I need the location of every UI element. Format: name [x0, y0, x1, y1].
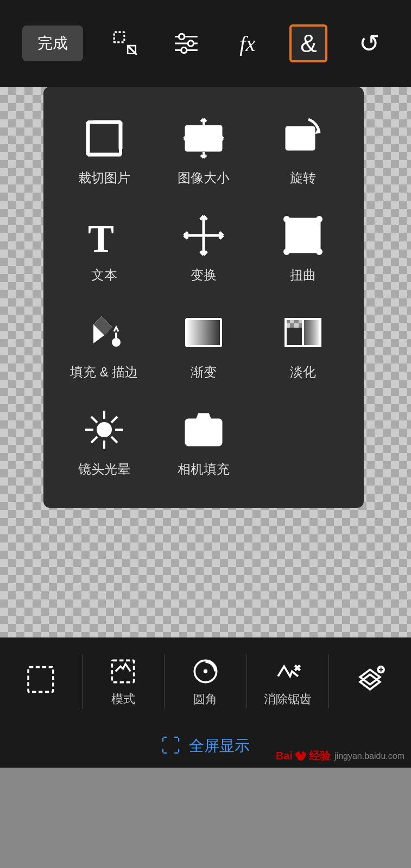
- svg-line-66: [91, 417, 97, 423]
- svg-line-69: [91, 437, 97, 443]
- rotate-label: 旋转: [290, 169, 316, 187]
- antialias-bottom-label: 消除锯齿: [264, 691, 312, 707]
- camera-fill-label: 相机填充: [178, 461, 230, 478]
- svg-rect-59: [303, 319, 320, 346]
- layers-bottom-item[interactable]: [329, 663, 411, 699]
- svg-point-47: [112, 338, 121, 347]
- svg-point-6: [181, 47, 187, 53]
- menu-item-warp[interactable]: 扭曲: [254, 200, 353, 292]
- svg-point-83: [298, 751, 300, 755]
- blend-mode-icon[interactable]: &: [289, 24, 327, 62]
- svg-line-68: [111, 417, 117, 423]
- fullscreen-label[interactable]: 全屏显示: [189, 736, 250, 756]
- svg-rect-73: [28, 667, 53, 692]
- selection-tool-icon[interactable]: [106, 24, 144, 62]
- menu-item-lens-flare[interactable]: 镜头光晕: [54, 394, 154, 486]
- top-toolbar: 完成 fx & ↺: [0, 0, 411, 87]
- selection-bottom-icon: [24, 663, 57, 696]
- undo-icon[interactable]: ↺: [351, 24, 389, 62]
- svg-point-61: [98, 423, 111, 436]
- menu-item-camera-fill[interactable]: 相机填充: [154, 394, 253, 486]
- lens-flare-label: 镜头光晕: [78, 461, 130, 478]
- menu-item-crop[interactable]: 裁切图片: [54, 103, 154, 195]
- done-button[interactable]: 完成: [22, 25, 83, 61]
- selection-bottom-item[interactable]: [0, 663, 82, 699]
- warp-icon: [281, 211, 325, 260]
- svg-rect-49: [186, 319, 221, 346]
- transform-icon: [182, 211, 225, 260]
- svg-point-13: [191, 130, 197, 136]
- svg-point-46: [316, 248, 323, 255]
- image-size-label: 图像大小: [178, 169, 230, 187]
- svg-point-5: [188, 41, 193, 46]
- fade-icon: [281, 308, 325, 357]
- canvas-area: 裁切图片: [0, 87, 411, 768]
- svg-point-27: [292, 133, 296, 137]
- tools-dropdown-menu: 裁切图片: [43, 87, 364, 508]
- svg-rect-0: [114, 32, 124, 42]
- adjustments-icon[interactable]: [167, 24, 205, 62]
- menu-item-rotate[interactable]: 旋转: [254, 103, 353, 195]
- warp-label: 扭曲: [290, 266, 316, 284]
- svg-point-71: [197, 426, 210, 439]
- svg-point-44: [316, 216, 323, 222]
- menu-item-image-size[interactable]: 图像大小: [154, 103, 253, 195]
- gradient-label: 渐变: [191, 363, 217, 381]
- svg-point-4: [179, 34, 185, 39]
- menu-item-transform[interactable]: 变换: [154, 200, 253, 292]
- svg-line-67: [111, 437, 117, 443]
- baidu-paw-icon: [294, 750, 307, 763]
- fill-stroke-label: 填充 & 描边: [70, 363, 138, 381]
- fx-icon[interactable]: fx: [229, 24, 267, 62]
- fullscreen-bar: ⛶ 全屏显示 Bai 经验 jingyan.baidu.com: [0, 724, 411, 768]
- svg-point-76: [204, 669, 207, 673]
- svg-rect-56: [290, 323, 294, 328]
- rounded-bottom-label: 圆角: [193, 691, 217, 707]
- svg-rect-74: [112, 660, 134, 682]
- menu-item-text[interactable]: T 文本: [54, 200, 154, 292]
- baidu-logo: Bai: [276, 750, 293, 762]
- fill-stroke-icon: [83, 308, 126, 357]
- camera-fill-icon: [182, 405, 225, 454]
- menu-item-gradient[interactable]: 渐变: [154, 297, 253, 389]
- crop-label: 裁切图片: [78, 169, 130, 187]
- fullscreen-icon: ⛶: [161, 735, 181, 757]
- crop-icon: [83, 114, 126, 163]
- baidu-watermark: Bai 经验 jingyan.baidu.com: [276, 749, 404, 763]
- mode-bottom-item[interactable]: 模式: [83, 655, 165, 707]
- image-size-icon: [182, 114, 225, 163]
- text-label: 文本: [91, 266, 117, 284]
- menu-item-fill-stroke[interactable]: 填充 & 描边: [54, 297, 154, 389]
- transform-label: 变换: [191, 266, 217, 284]
- baidu-suffix: 经验: [309, 749, 331, 763]
- fade-label: 淡化: [290, 363, 316, 381]
- text-icon: T: [83, 211, 126, 260]
- lens-flare-icon: [83, 405, 126, 454]
- rotate-icon: [281, 114, 325, 163]
- svg-text:T: T: [88, 217, 114, 257]
- antialias-bottom-icon: [273, 655, 303, 688]
- rounded-bottom-item[interactable]: 圆角: [165, 655, 246, 707]
- bottom-toolbar: 模式 圆角 消除锯齿: [0, 637, 411, 724]
- svg-rect-57: [294, 323, 299, 328]
- svg-point-43: [283, 216, 290, 222]
- menu-item-fade[interactable]: 淡化: [254, 297, 353, 389]
- mode-bottom-label: 模式: [111, 691, 135, 707]
- baidu-url: jingyan.baidu.com: [334, 751, 404, 761]
- svg-rect-7: [88, 122, 121, 155]
- svg-point-84: [302, 751, 305, 755]
- svg-point-45: [283, 248, 290, 255]
- mode-bottom-icon: [108, 655, 138, 688]
- antialias-bottom-item[interactable]: 消除锯齿: [247, 655, 329, 707]
- rounded-bottom-icon: [191, 655, 220, 688]
- menu-grid: 裁切图片: [54, 103, 353, 486]
- layers-bottom-icon: [355, 663, 385, 696]
- gradient-icon: [182, 308, 225, 357]
